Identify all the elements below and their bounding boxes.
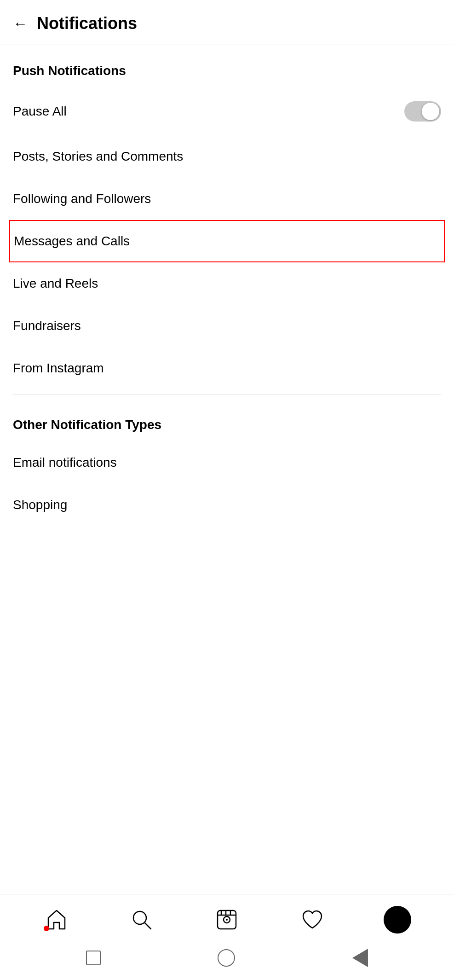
nav-search-button[interactable]: [123, 904, 160, 936]
menu-item-shopping[interactable]: Shopping: [13, 484, 441, 526]
content-area: Push Notifications Pause All Posts, Stor…: [0, 45, 454, 894]
back-button[interactable]: ←: [13, 16, 28, 31]
menu-item-label: Live and Reels: [13, 276, 98, 291]
menu-item-label: Following and Followers: [13, 191, 151, 206]
square-icon: [86, 951, 101, 965]
reels-icon: [215, 908, 239, 932]
menu-item-label: Email notifications: [13, 455, 117, 470]
nav-reels-button[interactable]: [208, 904, 245, 936]
page-title: Notifications: [37, 14, 137, 33]
other-notifications-section-header: Other Notification Types: [13, 399, 441, 441]
bottom-navigation: [0, 894, 454, 980]
menu-item-from-instagram[interactable]: From Instagram: [13, 347, 441, 389]
android-back-button[interactable]: [352, 949, 368, 967]
pause-all-toggle-row: Pause All: [13, 87, 441, 135]
menu-item-messages-calls[interactable]: Messages and Calls: [9, 220, 445, 262]
menu-item-posts-stories-comments[interactable]: Posts, Stories and Comments: [13, 135, 441, 178]
nav-home-button[interactable]: [38, 904, 75, 936]
toggle-knob: [422, 103, 439, 120]
menu-item-email-notifications[interactable]: Email notifications: [13, 441, 441, 484]
pause-all-toggle[interactable]: [404, 101, 441, 122]
home-notification-dot: [44, 926, 49, 931]
menu-item-live-reels[interactable]: Live and Reels: [13, 262, 441, 305]
profile-avatar: [384, 906, 411, 934]
activity-icon: [300, 908, 324, 932]
menu-item-fundraisers[interactable]: Fundraisers: [13, 305, 441, 347]
menu-item-label: Fundraisers: [13, 319, 81, 333]
push-notifications-section-header: Push Notifications: [13, 45, 441, 87]
menu-item-label: From Instagram: [13, 361, 104, 376]
pause-all-label: Pause All: [13, 104, 67, 119]
triangle-icon: [352, 949, 368, 967]
header: ← Notifications: [0, 0, 454, 45]
svg-point-4: [226, 919, 228, 921]
menu-item-label: Messages and Calls: [14, 234, 130, 249]
search-icon: [130, 908, 154, 932]
menu-item-label: Posts, Stories and Comments: [13, 149, 183, 164]
menu-item-label: Shopping: [13, 498, 67, 512]
android-recent-apps-button[interactable]: [86, 951, 101, 965]
section-divider: [13, 394, 441, 394]
nav-profile-button[interactable]: [379, 904, 416, 936]
android-home-button[interactable]: [218, 949, 235, 967]
nav-activity-button[interactable]: [294, 904, 331, 936]
circle-icon: [218, 949, 235, 967]
svg-line-1: [144, 922, 151, 929]
bottom-nav-icons-row: [0, 894, 454, 940]
android-navigation-bar: [0, 940, 454, 980]
menu-item-following-followers[interactable]: Following and Followers: [13, 178, 441, 220]
